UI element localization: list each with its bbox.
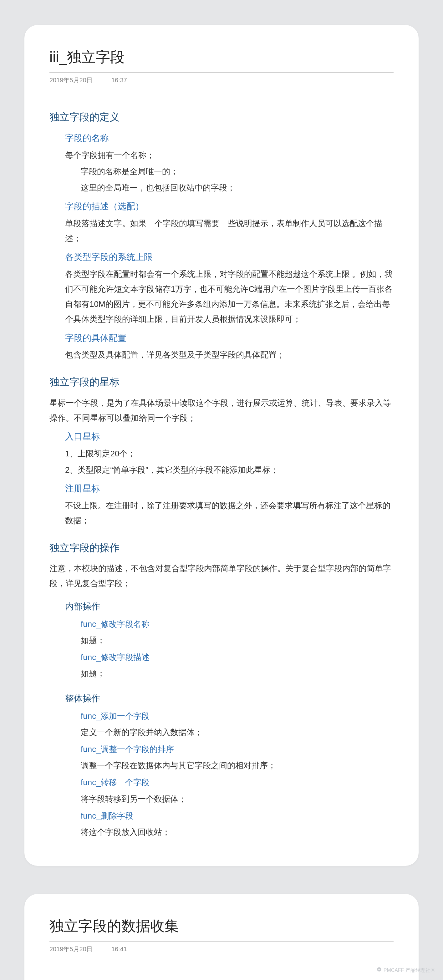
section-heading: 独立字段的操作	[49, 539, 394, 557]
subsection-heading: 字段的描述（选配）	[65, 198, 394, 215]
doc-date: 2019年5月20日	[49, 943, 92, 955]
doc-title: 独立字段的数据收集	[49, 913, 394, 942]
body-line: 将字段转移到另一个数据体；	[81, 791, 394, 807]
document-card-1: iii_独立字段 2019年5月20日 16:37 独立字段的定义 字段的名称 …	[24, 25, 419, 866]
body-line: 调整一个字段在数据体内与其它字段之间的相对排序；	[81, 758, 394, 773]
body-line: 2、类型限定“简单字段”，其它类型的字段不能添加此星标；	[65, 462, 394, 477]
doc-date: 2019年5月20日	[49, 75, 92, 86]
subsection-heading: 字段的名称	[65, 130, 394, 146]
body-line: 单段落描述文字。如果一个字段的填写需要一些说明提示，表单制作人员可以选配这个描述…	[65, 216, 394, 246]
function-link[interactable]: func_添加一个字段	[81, 708, 394, 724]
body-line: 每个字段拥有一个名称；	[65, 148, 394, 163]
subsection-heading: 入口星标	[65, 428, 394, 445]
section-heading: 独立字段的定义	[49, 108, 394, 126]
watermark: PMCAFF 产品经理社区	[377, 966, 435, 975]
watermark-text: PMCAFF 产品经理社区	[384, 966, 435, 975]
doc-title: iii_独立字段	[49, 44, 394, 73]
body-line: 包含类型及具体配置，详见各类型及子类型字段的具体配置；	[65, 347, 394, 362]
doc-meta: 2019年5月20日 16:37	[49, 75, 394, 86]
body-line: 定义一个新的字段并纳入数据体；	[81, 725, 394, 740]
subsection-heading: 字段的具体配置	[65, 330, 394, 346]
function-link[interactable]: func_调整一个字段的排序	[81, 741, 394, 757]
function-link[interactable]: func_修改字段描述	[81, 650, 394, 665]
owner-heading: 数据所属主体1	[49, 977, 394, 980]
body-line: 如题；	[81, 633, 394, 648]
body-line: 1、上限初定20个；	[65, 446, 394, 461]
body-line: 星标一个字段，是为了在具体场景中读取这个字段，进行展示或运算、统计、导表、要求录…	[49, 395, 394, 425]
body-line: 各类型字段在配置时都会有一个系统上限，对字段的配置不能超越这个系统上限 。例如，…	[65, 267, 394, 326]
doc-time: 16:37	[112, 75, 127, 86]
subsection-heading: 内部操作	[65, 598, 394, 615]
subsection-heading: 各类型字段的系统上限	[65, 249, 394, 265]
document-card-2: 独立字段的数据收集 2019年5月20日 16:41 数据所属主体1 例如具体一…	[24, 894, 419, 980]
doc-meta: 2019年5月20日 16:41	[49, 943, 394, 955]
function-link[interactable]: func_删除字段	[81, 808, 394, 823]
subsection-heading: 整体操作	[65, 690, 394, 706]
body-line: 如题；	[81, 666, 394, 681]
doc-time: 16:41	[112, 943, 127, 955]
function-link[interactable]: func_修改字段名称	[81, 617, 394, 632]
section-heading: 独立字段的星标	[49, 373, 394, 391]
body-line: 将这个字段放入回收站；	[81, 824, 394, 840]
logo-icon	[377, 966, 382, 975]
body-line: 注意，本模块的描述，不包含对复合型字段内部简单字段的操作。关于复合型字段内部的简…	[49, 561, 394, 591]
body-line: 这里的全局唯一，也包括回收站中的字段；	[81, 180, 394, 195]
body-line: 字段的名称是全局唯一的；	[81, 164, 394, 179]
subsection-heading: 注册星标	[65, 480, 394, 497]
function-link[interactable]: func_转移一个字段	[81, 775, 394, 790]
body-line: 不设上限。在注册时，除了注册要求填写的数据之外，还会要求填写所有标注了这个星标的…	[65, 498, 394, 528]
